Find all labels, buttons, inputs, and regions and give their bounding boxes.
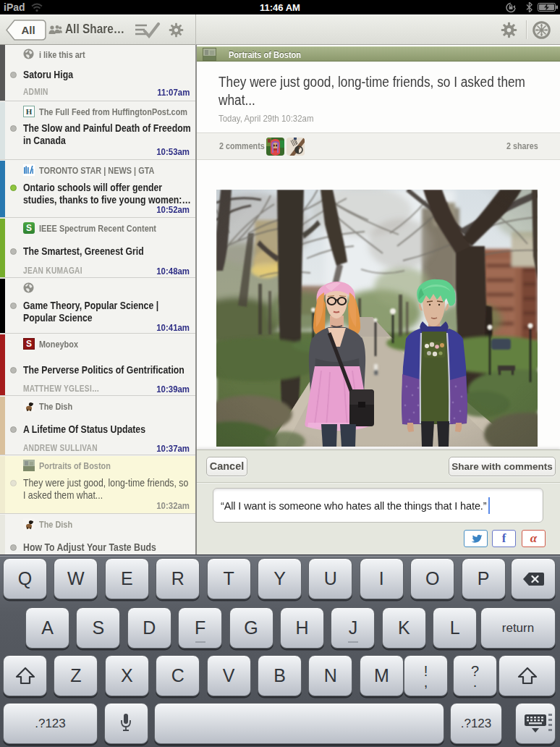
svg-text:All: All — [21, 24, 35, 36]
